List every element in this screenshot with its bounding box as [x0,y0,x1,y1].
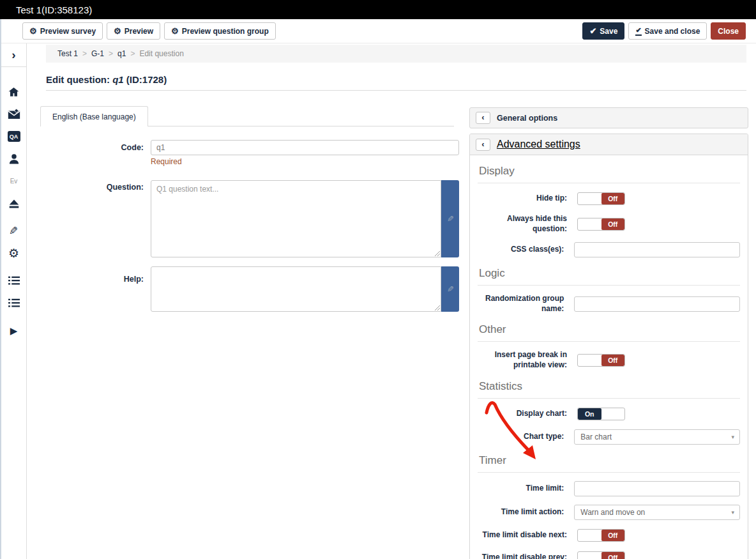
section-title-logic: Logic [478,267,740,286]
page-title-prefix: Edit question: [46,74,112,85]
code-required-hint: Required [151,157,182,166]
general-options-title[interactable]: General options [497,114,557,123]
chevron-right-icon: › [11,48,15,62]
question-editor-button[interactable]: ✎ [441,180,459,257]
gear-icon: ⚙ [29,27,37,35]
breadcrumb-separator: > [109,49,113,58]
sidebar-expand-button[interactable]: › [1,43,26,67]
hide-tip-toggle[interactable]: Off [577,192,625,205]
chevron-down-icon: ▾ [731,434,734,440]
user-icon [8,153,20,165]
question-textarea[interactable] [151,180,441,257]
time-limit-input[interactable] [574,481,740,496]
mail-edit-icon [8,109,20,119]
toggle-state-label: Off [601,193,625,204]
toggle-state-label: On [578,408,601,420]
qa-icon: QA [8,131,20,142]
pencil-icon: ✎ [447,284,454,294]
play-icon: ▶ [10,325,18,337]
sidebar-item-pencil[interactable]: ✎ [1,220,27,242]
code-input[interactable] [151,140,459,155]
page-break-label: Insert page break in printable view: [478,350,567,370]
toggle-state-label: Off [601,530,625,541]
sidebar-item-mail[interactable] [1,103,27,125]
sidebar-item-play[interactable]: ▶ [1,319,27,342]
page-title-id: (ID:1728) [124,74,167,85]
randomization-group-label: Randomization group name: [478,294,564,314]
collapse-chevron-button[interactable]: ‹ [476,139,490,151]
collapse-chevron-button[interactable]: ‹ [476,112,490,124]
page-title: Edit question: q1 (ID:1728) [46,74,167,85]
time-limit-disable-next-toggle[interactable]: Off [577,529,625,542]
preview-button[interactable]: ⚙ Preview [107,22,160,40]
chart-type-value: Bar chart [580,433,612,441]
close-label: Close [718,27,739,36]
general-options-panel-header[interactable]: ‹ General options [469,107,748,128]
display-chart-toggle[interactable]: On [577,408,625,420]
save-and-close-button[interactable]: ✔ Save and close [628,22,707,40]
page-title-question-code: q1 [112,74,124,85]
save-button[interactable]: ✔ Save [582,22,624,40]
save-label: Save [600,27,617,36]
breadcrumb-survey-link[interactable]: Test 1 [57,49,78,58]
time-limit-disable-prev-toggle[interactable]: Off [577,551,625,559]
sidebar-item-eject[interactable] [1,192,27,215]
breadcrumb-question-link[interactable]: q1 [117,49,126,58]
breadcrumb-group-link[interactable]: G-1 [91,49,104,58]
always-hide-question-toggle[interactable]: Off [577,218,625,231]
sidebar-item-qa[interactable]: QA [1,125,27,148]
sidebar-item-list-alt[interactable] [1,292,27,314]
time-limit-action-select[interactable]: Warn and move on ▾ [574,505,740,520]
help-label: Help: [38,275,144,284]
chart-type-select[interactable]: Bar chart ▾ [574,429,740,445]
time-limit-action-label: Time limit action: [478,507,564,517]
section-title-timer: Timer [478,454,740,473]
language-tab-label: English (Base language) [52,112,136,121]
chevron-left-icon: ‹ [481,113,484,121]
advanced-settings-title[interactable]: Advanced settings [497,139,580,150]
gear-icon: ⚙ [114,27,121,35]
preview-question-group-label: Preview question group [182,27,269,36]
section-title-display: Display [478,165,740,183]
chart-type-label: Chart type: [478,432,564,442]
sidebar-item-home[interactable] [1,80,27,103]
time-limit-disable-prev-label: Time limit disable prev: [478,553,567,559]
survey-title: Test 1(ID:358123) [16,4,92,15]
close-button[interactable]: Close [711,22,746,40]
pencil-icon: ✎ [447,214,454,224]
breadcrumb-current: Edit question [139,49,183,58]
question-label: Question: [38,183,144,192]
preview-survey-button[interactable]: ⚙ Preview survey [22,22,103,40]
toolbar: ⚙ Preview survey ⚙ Preview ⚙ Preview que… [0,19,756,43]
help-editor-button[interactable]: ✎ [441,266,459,312]
preview-question-group-button[interactable]: ⚙ Preview question group [164,22,276,40]
section-title-statistics: Statistics [478,380,740,399]
preview-survey-label: Preview survey [40,27,96,36]
css-classes-input[interactable] [574,242,740,257]
title-divider [46,90,746,91]
hide-tip-label: Hide tip: [478,194,567,204]
page-break-toggle[interactable]: Off [577,354,625,367]
css-classes-label: CSS class(es): [478,245,564,255]
time-limit-label: Time limit: [478,484,564,494]
tab-english-base-language[interactable]: English (Base language) [40,106,148,126]
toggle-state-label: Off [601,552,625,559]
breadcrumb-separator: > [82,49,87,58]
eject-icon [8,199,20,209]
sidebar-item-user[interactable] [1,148,27,170]
code-label: Code: [38,143,144,152]
sidebar-item-list[interactable] [1,270,27,292]
sidebar-item-settings[interactable]: ⚙ [1,242,27,264]
toggle-state-label: Off [601,218,625,230]
toggle-state-label: Off [601,355,625,366]
survey-title-bar: Test 1(ID:358123) [0,0,756,19]
chevron-down-icon: ▾ [731,509,734,516]
advanced-settings-panel: ‹ Advanced settings Display Hide tip: Of… [469,134,748,559]
preview-label: Preview [125,27,153,36]
randomization-group-input[interactable] [574,296,740,312]
help-textarea[interactable] [151,266,441,312]
sidebar: › QA Ev ✎ ⚙ [1,43,27,559]
sidebar-item-expression[interactable]: Ev [1,170,27,192]
display-chart-label: Display chart: [478,409,567,419]
advanced-settings-panel-header[interactable]: ‹ Advanced settings [470,134,748,155]
